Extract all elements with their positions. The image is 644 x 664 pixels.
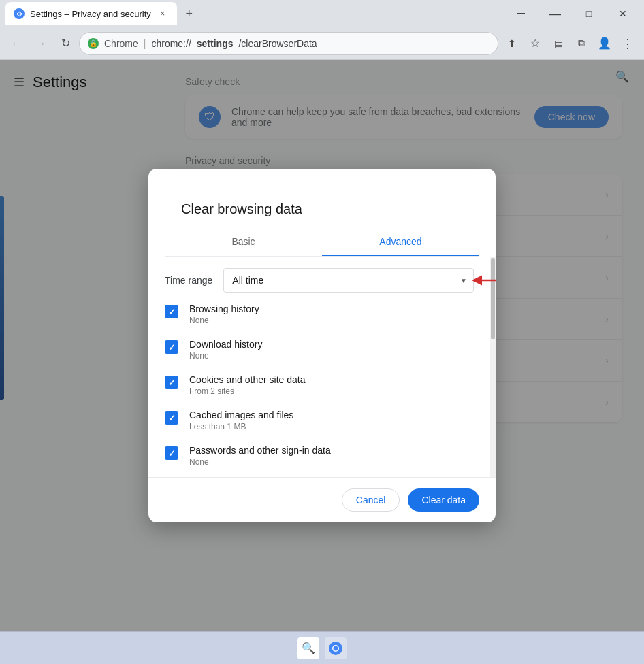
time-range-label: Time range — [165, 275, 212, 286]
tab-close-button[interactable]: × — [157, 7, 169, 20]
modal-overlay: Clear browsing data Basic Advanced Time … — [0, 60, 644, 631]
checkbox-cached-images-input[interactable] — [165, 411, 178, 425]
dialog-body: Time range Last hour Last 24 hours Last … — [148, 257, 496, 477]
window-controls: — □ ✕ — [505, 3, 639, 24]
clear-browsing-data-dialog: Clear browsing data Basic Advanced Time … — [148, 169, 496, 522]
passwords-sub: None — [189, 457, 474, 467]
address-url-text: chrome:// — [151, 38, 191, 49]
share-button[interactable]: ⬆ — [501, 33, 523, 54]
cached-images-sub: Less than 1 MB — [189, 422, 474, 431]
address-bold-text: settings — [197, 38, 234, 49]
nav-actions: ⬆ ☆ ▤ ⧉ 👤 ⋮ — [501, 33, 639, 54]
checkbox-cached-images: Cached images and files Less than 1 MB — [165, 410, 474, 431]
back-button[interactable]: ← — [5, 33, 27, 54]
menu-button[interactable]: ⋮ — [617, 33, 639, 54]
new-tab-button[interactable]: + — [180, 4, 199, 23]
download-history-sub: None — [189, 351, 474, 361]
media-button[interactable]: ▤ — [547, 33, 569, 54]
browsing-history-label: Browsing history — [189, 303, 474, 314]
close-button[interactable]: ✕ — [607, 3, 639, 24]
chrome-icon — [329, 642, 342, 655]
cached-images-label: Cached images and files — [189, 410, 474, 420]
checkbox-cookies: Cookies and other site data From 2 sites — [165, 374, 474, 396]
minimize-button[interactable]: — — [539, 3, 570, 24]
tab-basic[interactable]: Basic — [165, 228, 322, 256]
maximize-button[interactable]: □ — [573, 3, 605, 24]
cookies-sub: From 2 sites — [189, 386, 474, 396]
checkbox-browsing-history: Browsing history None — [165, 303, 474, 325]
bookmark-button[interactable]: ☆ — [524, 33, 546, 54]
checkbox-passwords: Passwords and other sign-in data None — [165, 445, 474, 467]
cancel-button[interactable]: Cancel — [342, 488, 400, 512]
reload-button[interactable]: ↻ — [54, 33, 76, 54]
svg-rect-0 — [517, 13, 525, 14]
title-bar: Settings – Privacy and security × + — □ … — [0, 0, 644, 27]
red-arrow-annotation — [479, 270, 496, 290]
split-button[interactable]: ⧉ — [570, 33, 592, 54]
security-icon: 🔒 — [88, 38, 99, 49]
dialog-footer: Cancel Clear data — [148, 477, 496, 522]
tab-advanced[interactable]: Advanced — [322, 228, 479, 256]
checkbox-cookies-input[interactable] — [165, 376, 178, 389]
dialog-title: Clear browsing data — [165, 185, 479, 217]
address-bar[interactable]: 🔒 Chrome | chrome://settings/clearBrowse… — [79, 32, 498, 55]
forward-button[interactable]: → — [30, 33, 52, 54]
address-chrome-text: Chrome — [104, 38, 138, 49]
passwords-label: Passwords and other sign-in data — [189, 445, 474, 456]
download-history-label: Download history — [189, 339, 474, 350]
address-path-text: /clearBrowserData — [238, 38, 317, 49]
taskbar-chrome[interactable] — [325, 637, 347, 659]
tab-favicon — [14, 8, 25, 19]
profile-button[interactable]: 👤 — [594, 33, 615, 54]
navigation-bar: ← → ↻ 🔒 Chrome | chrome://settings/clear… — [0, 27, 644, 60]
settings-page: ☰ Settings Safety check 🛡 Chrome can hel… — [0, 60, 644, 631]
tab-title: Settings – Privacy and security — [30, 9, 151, 19]
dialog-scroll-content: Time range Last hour Last 24 hours Last … — [148, 257, 490, 477]
checkbox-download-history-input[interactable] — [165, 340, 178, 354]
active-tab[interactable]: Settings – Privacy and security × — [5, 2, 177, 25]
clear-data-button[interactable]: Clear data — [408, 488, 479, 512]
checkbox-download-history: Download history None — [165, 339, 474, 361]
taskbar: 🔍 — [0, 631, 644, 664]
time-range-select[interactable]: Last hour Last 24 hours Last 7 days Last… — [223, 268, 474, 293]
checkbox-passwords-input[interactable] — [165, 446, 178, 460]
browsing-history-sub: None — [189, 316, 474, 325]
svg-point-5 — [334, 646, 338, 650]
taskbar-search[interactable]: 🔍 — [297, 637, 319, 659]
checkbox-browsing-history-input[interactable] — [165, 305, 178, 318]
dialog-tabs: Basic Advanced — [165, 228, 479, 257]
time-range-row: Time range Last hour Last 24 hours Last … — [165, 268, 474, 293]
minimize-icon — [517, 13, 525, 14]
cookies-label: Cookies and other site data — [189, 374, 474, 385]
time-range-select-wrapper: Last hour Last 24 hours Last 7 days Last… — [223, 268, 474, 293]
